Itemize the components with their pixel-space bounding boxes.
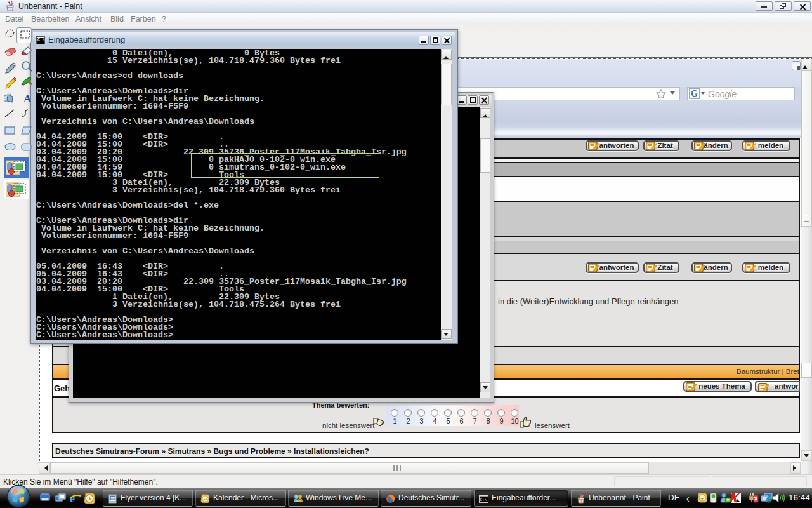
svg-text:C:\: C:\ xyxy=(480,498,487,502)
svg-text:W: W xyxy=(111,496,115,500)
svg-text:e: e xyxy=(70,492,75,504)
svg-text:A: A xyxy=(23,93,32,105)
